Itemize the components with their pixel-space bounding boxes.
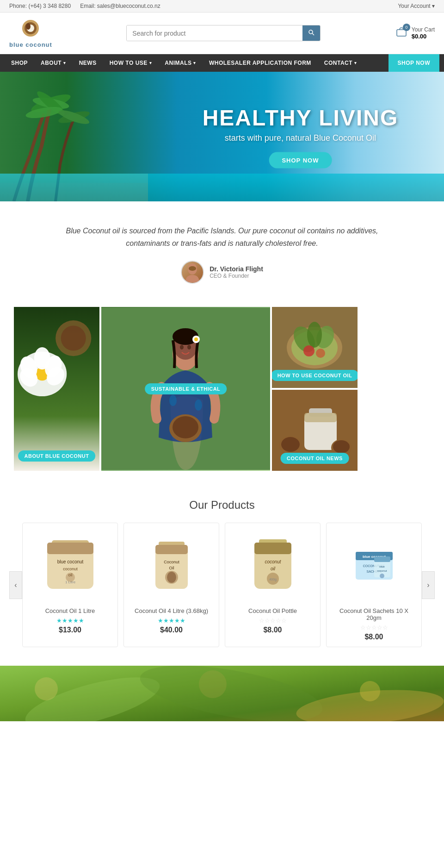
svg-point-43 [307, 322, 322, 348]
svg-point-91 [199, 670, 227, 698]
svg-rect-49 [304, 413, 337, 422]
founder-avatar [181, 261, 204, 284]
products-grid: blue coconut coconut oil 1 Litre Coconut… [22, 523, 422, 647]
founder-row: Dr. Victoria Flight CEO & Founder [56, 261, 388, 284]
product-img-4: blue coconut COCONUT OIL SACHETS blue co… [346, 533, 402, 598]
svg-line-5 [312, 33, 314, 35]
search-bar [126, 25, 321, 41]
product-name-4: Coconut Oil Sachets 10 X 20gm [332, 607, 416, 621]
svg-point-3 [26, 23, 31, 30]
search-input[interactable] [127, 25, 302, 41]
product-img-2: Coconut Oil [148, 533, 195, 598]
product-stars-3: ☆☆☆☆☆ [231, 617, 314, 624]
svg-rect-64 [155, 545, 188, 554]
nav-how-to-use[interactable]: HOW TO USE ▾ [103, 54, 159, 72]
svg-point-16 [189, 266, 196, 271]
product-price-4: $8.00 [332, 633, 416, 641]
product-name-2: Coconut Oil 4 Litre (3.68kg) [130, 607, 213, 614]
grid-cell-sustainable[interactable]: SUSTAINABLE & ETHICAL [101, 307, 270, 471]
product-img-wrap-2: Coconut Oil [130, 529, 213, 603]
about-cell-bg [14, 307, 99, 471]
contact-chevron: ▾ [354, 61, 357, 65]
product-stars-2: ★★★★★ [130, 617, 213, 624]
svg-point-18 [61, 326, 86, 351]
nav-shop[interactable]: SHOP [5, 54, 34, 72]
svg-text:blue coconut: blue coconut [57, 559, 83, 564]
founder-name: Dr. Victoria Flight [210, 265, 263, 273]
hero-content: HEALTHY LIVING starts with pure, natural… [203, 105, 399, 169]
top-bar: Phone: (+64) 3 348 8280 Email: sales@blu… [0, 0, 444, 12]
product-stars-1: ★★★★★ [28, 617, 112, 624]
product-img-wrap-3: coconut oil 400g [231, 529, 314, 603]
news-cell-label: COCONUT OIL NEWS [280, 453, 349, 464]
product-stars-4: ☆☆☆☆☆ [332, 624, 416, 631]
nav-news[interactable]: NEWS [73, 54, 103, 72]
carousel-next-button[interactable]: › [422, 571, 435, 599]
product-card-4[interactable]: blue coconut COCONUT OIL SACHETS blue co… [326, 523, 422, 647]
footer-decoration [0, 666, 444, 721]
product-name-3: Coconut Oil Pottle [231, 607, 314, 614]
grid-cell-howto[interactable]: HOW TO USE COCONUT OIL [272, 307, 358, 388]
svg-text:coconut: coconut [63, 567, 78, 571]
nav-animals[interactable]: ANIMALS ▾ [158, 54, 203, 72]
svg-point-37 [187, 345, 191, 350]
svg-point-31 [173, 416, 198, 438]
svg-text:coconut: coconut [377, 569, 387, 572]
phone-info: Phone: (+64) 3 348 8280 [9, 3, 71, 9]
svg-point-51 [281, 437, 300, 452]
product-card-1[interactable]: blue coconut coconut oil 1 Litre Coconut… [22, 523, 118, 647]
nav-wholesaler[interactable]: WHOLESALER APPLICATION FORM [203, 54, 318, 72]
svg-point-61 [66, 573, 75, 582]
hero-banner: HEALTHY LIVING starts with pure, natural… [0, 72, 444, 201]
product-price-3: $8.00 [231, 626, 314, 634]
founder-info: Dr. Victoria Flight CEO & Founder [210, 265, 263, 279]
how-chevron: ▾ [149, 61, 152, 65]
svg-text:coconut: coconut [265, 559, 281, 564]
svg-point-29 [195, 400, 202, 411]
grid-cell-about[interactable]: ABOUT BLUE COCONUT [14, 307, 99, 471]
product-card-2[interactable]: Coconut Oil Coconut Oil 4 Litre (3.68kg)… [123, 523, 219, 647]
svg-point-35 [194, 337, 198, 341]
svg-point-45 [316, 349, 325, 358]
search-icon [308, 29, 314, 36]
product-img-wrap-1: blue coconut coconut oil 1 Litre [28, 529, 112, 603]
nav-shop-now[interactable]: SHOP NOW [388, 54, 439, 72]
founder-avatar-img [183, 262, 202, 282]
svg-text:oil: oil [270, 566, 275, 571]
about-chevron: ▾ [63, 61, 66, 65]
search-button[interactable] [302, 25, 320, 41]
main-nav: SHOP ABOUT ▾ NEWS HOW TO USE ▾ ANIMALS ▾… [0, 54, 444, 72]
about-section: Blue Coconut oil is sourced from the Pac… [0, 201, 444, 307]
svg-point-85 [380, 574, 384, 578]
footer-image [0, 666, 444, 721]
logo[interactable]: blue coconut [9, 18, 52, 48]
hero-cta-button[interactable]: SHOP NOW [269, 152, 332, 169]
svg-point-14 [57, 108, 91, 127]
product-img-wrap-4: blue coconut COCONUT OIL SACHETS blue co… [332, 529, 416, 603]
product-price-1: $13.00 [28, 626, 112, 634]
svg-point-92 [360, 681, 380, 701]
nav-contact[interactable]: CONTACT ▾ [318, 54, 364, 72]
sustainable-cell-label: SUSTAINABLE & ETHICAL [145, 383, 227, 394]
hero-subtitle: starts with pure, natural Blue Coconut O… [203, 133, 399, 143]
product-img-1: blue coconut coconut oil 1 Litre [43, 533, 98, 598]
top-bar-left: Phone: (+64) 3 348 8280 Email: sales@blu… [9, 3, 160, 9]
hero-title: HEALTHY LIVING [203, 105, 399, 131]
animals-chevron: ▾ [193, 61, 196, 65]
product-card-3[interactable]: coconut oil 400g Coconut Oil Pottle ☆☆☆☆… [225, 523, 321, 647]
svg-point-68 [167, 572, 176, 583]
svg-text:Oil: Oil [169, 566, 174, 570]
svg-point-90 [35, 677, 58, 700]
cart-area[interactable]: 0 Your Cart $0.00 [395, 26, 435, 41]
account-link[interactable]: Your Account ▾ [398, 3, 435, 9]
email-info: Email: sales@bluecoconut.co.nz [80, 3, 160, 9]
nav-about[interactable]: ABOUT ▾ [34, 54, 73, 72]
hero-ocean [0, 174, 444, 201]
logo-icon [17, 18, 44, 41]
svg-point-44 [303, 345, 314, 356]
founder-title: CEO & Founder [210, 273, 263, 279]
carousel-prev-button[interactable]: ‹ [9, 571, 22, 599]
grid-cell-news[interactable]: COCONUT OIL NEWS [272, 390, 358, 471]
svg-point-36 [180, 345, 184, 350]
product-name-1: Coconut Oil 1 Litre [28, 607, 112, 614]
